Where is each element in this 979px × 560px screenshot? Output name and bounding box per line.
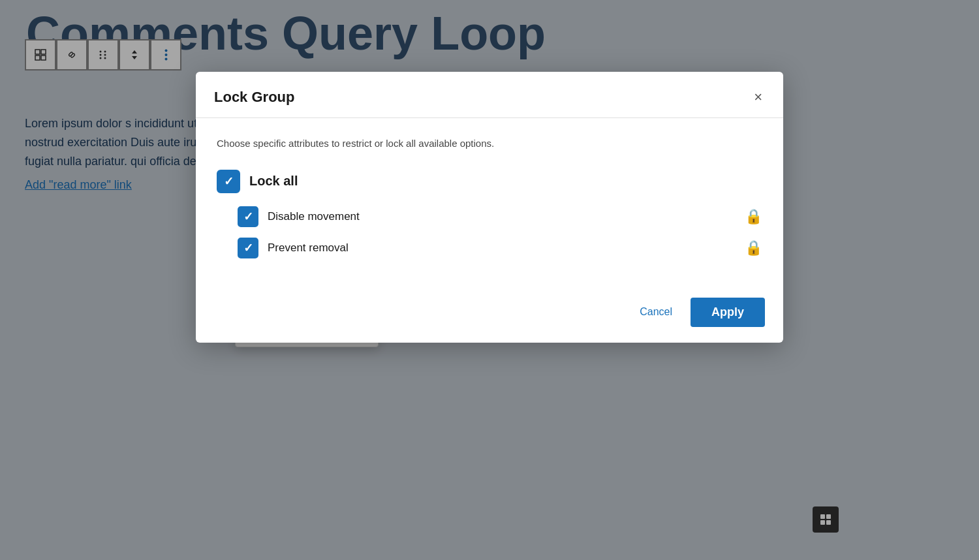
apply-button[interactable]: Apply xyxy=(691,298,765,327)
lock-all-row: ✓ Lock all xyxy=(217,170,762,193)
disable-movement-label: Disable movement xyxy=(268,210,736,223)
modal-close-button[interactable]: × xyxy=(751,87,765,107)
lock-all-checkbox[interactable]: ✓ xyxy=(217,170,240,193)
prevent-removal-label: Prevent removal xyxy=(268,241,736,255)
lock-all-label: Lock all xyxy=(249,174,762,189)
disable-movement-checkmark: ✓ xyxy=(243,211,253,223)
prevent-removal-checkbox[interactable]: ✓ xyxy=(238,238,258,258)
modal-overlay: Lock Group × Choose specific attributes … xyxy=(0,0,979,560)
disable-movement-checkbox[interactable]: ✓ xyxy=(238,206,258,227)
lock-all-checkmark: ✓ xyxy=(224,176,234,187)
modal-title: Lock Group xyxy=(214,89,294,106)
prevent-removal-lock-icon: 🔒 xyxy=(745,240,762,257)
cancel-button[interactable]: Cancel xyxy=(629,300,683,324)
modal-body: Choose specific attributes to restrict o… xyxy=(196,118,783,287)
modal-description: Choose specific attributes to restrict o… xyxy=(217,136,762,151)
prevent-removal-row: ✓ Prevent removal 🔒 xyxy=(238,238,762,258)
disable-movement-lock-icon: 🔒 xyxy=(745,208,762,225)
lock-group-modal: Lock Group × Choose specific attributes … xyxy=(196,72,783,343)
modal-footer: Cancel Apply xyxy=(196,287,783,343)
modal-header: Lock Group × xyxy=(196,72,783,118)
prevent-removal-checkmark: ✓ xyxy=(243,242,253,254)
disable-movement-row: ✓ Disable movement 🔒 xyxy=(238,206,762,227)
